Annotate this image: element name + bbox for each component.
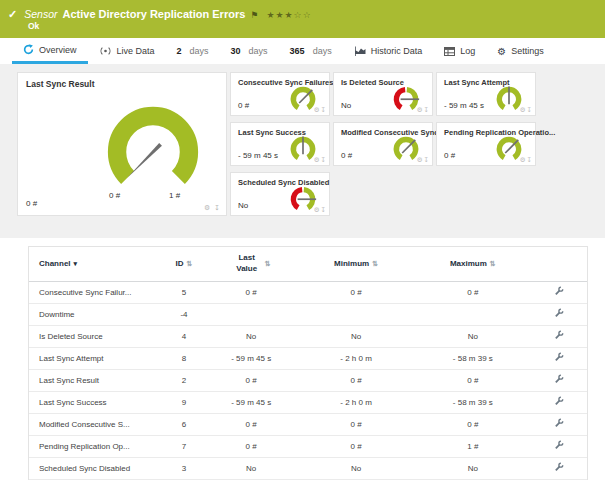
tab-label: Settings (511, 46, 544, 56)
gauge-panel-consecutive-sync-failures: Consecutive Sync Failures 0 # ⚙↧ (230, 72, 330, 116)
gear-icon[interactable]: ⚙ (417, 106, 424, 113)
table-row: Pending Replication Op... 7 0 # 0 # 1 # (29, 435, 587, 457)
channel-settings-icon[interactable] (554, 440, 564, 452)
sort-desc-icon: ▾ (74, 260, 78, 267)
table-row: Consecutive Sync Failur... 5 0 # 0 # 0 # (29, 281, 587, 303)
tab-historic-data[interactable]: Historic Data (343, 38, 434, 64)
gauge-title: Last Sync Result (26, 79, 95, 89)
sensor-kind-label: Sensor (24, 8, 57, 20)
tab-label: Live Data (117, 46, 155, 56)
channel-table-card: Channel▾ ID⇅ Last Value⇅ Minimum⇅ Maximu… (28, 246, 588, 480)
table-row: Last Sync Attempt 8 - 59 m 45 s - 2 h 0 … (29, 347, 587, 369)
tab-2-days[interactable]: 2days (166, 38, 220, 64)
tab-bar: Overview Live Data 2days 30days 365days … (0, 38, 605, 64)
column-header-last-value[interactable]: Last Value⇅ (205, 247, 298, 281)
pin-icon[interactable]: ↧ (527, 106, 533, 113)
gear-icon[interactable]: ⚙ (417, 156, 424, 163)
gauge-panel-modified-consecutive-sync-failures: Modified Consecutive Sync F... 0 # ⚙↧ (333, 122, 433, 166)
gauge-panel-scheduled-sync-disabled: Scheduled Sync Disabled No ⚙↧ (230, 172, 330, 216)
sort-icon: ⇅ (187, 260, 193, 267)
column-header-channel[interactable]: Channel▾ (29, 247, 163, 281)
column-header-minimum[interactable]: Minimum⇅ (298, 247, 415, 281)
tab-settings[interactable]: ⚙ Settings (486, 38, 555, 64)
overview-icon (23, 44, 34, 55)
table-row: Modified Consecutive S... 6 0 # 0 # 0 # (29, 413, 587, 435)
gauge-dial (88, 89, 218, 189)
gear-icon[interactable]: ⚙ (520, 156, 527, 163)
pin-icon[interactable]: ↧ (321, 156, 327, 163)
sort-icon: ⇅ (490, 260, 496, 267)
table-header-row: Channel▾ ID⇅ Last Value⇅ Minimum⇅ Maximu… (29, 247, 587, 281)
tab-365-days[interactable]: 365days (279, 38, 343, 64)
channel-settings-icon[interactable] (554, 418, 564, 430)
column-header-maximum[interactable]: Maximum⇅ (414, 247, 531, 281)
gear-icon[interactable]: ⚙ (520, 106, 527, 113)
channel-settings-icon[interactable] (554, 330, 564, 342)
gear-icon[interactable]: ⚙ (314, 206, 321, 213)
sensor-header: ✓SensorActive Directory Replication Erro… (0, 0, 605, 38)
column-header-id[interactable]: ID⇅ (163, 247, 204, 281)
gauge-panel-is-deleted-source: Is Deleted Source No ⚙↧ (333, 72, 433, 116)
channel-table: Channel▾ ID⇅ Last Value⇅ Minimum⇅ Maximu… (29, 247, 587, 480)
priority-stars[interactable]: ★★★☆☆ (266, 10, 311, 20)
pin-icon[interactable]: ↧ (527, 156, 533, 163)
gear-icon[interactable]: ⚙ (314, 106, 321, 113)
status-badge: Ok (28, 21, 39, 31)
pin-icon[interactable]: ↧ (424, 106, 430, 113)
ok-check-icon: ✓ (8, 8, 17, 20)
gauges-section: Last Sync Result 0 # 1 # 0 # ⚙ ↧ Consecu… (0, 64, 605, 238)
gauge-value: 0 # (26, 199, 37, 208)
historic-data-icon (354, 46, 366, 56)
tab-overview[interactable]: Overview (12, 38, 88, 64)
tab-label: Log (460, 46, 475, 56)
table-row: Last Sync Result 2 0 # 0 # 0 # (29, 369, 587, 391)
pin-icon[interactable]: ↧ (321, 106, 327, 113)
channel-settings-icon[interactable] (554, 462, 564, 474)
log-icon (444, 47, 455, 56)
live-data-icon (99, 46, 112, 56)
channel-settings-icon[interactable] (554, 286, 564, 298)
gauge-panel-pending-replication-operations: Pending Replication Operatio... 0 # ⚙↧ (436, 122, 536, 166)
sort-icon: ⇅ (372, 260, 378, 267)
gauge-scale-max: 1 # (169, 191, 180, 200)
column-header-tools (531, 247, 587, 281)
pin-icon[interactable]: ↧ (321, 206, 327, 213)
table-row: Scheduled Sync Disabled 3 No No No (29, 457, 587, 479)
tab-label: Overview (39, 45, 77, 55)
sort-icon: ⇅ (265, 260, 271, 267)
primary-gauge-panel: Last Sync Result 0 # 1 # 0 # ⚙ ↧ (17, 72, 227, 216)
flag-icon[interactable]: ⚑ (250, 10, 258, 20)
settings-gear-icon: ⚙ (497, 46, 506, 57)
gauge-scale-min: 0 # (109, 191, 120, 200)
page-title: Active Directory Replication Errors (63, 8, 246, 20)
gear-icon[interactable]: ⚙ (204, 204, 211, 211)
channel-settings-icon[interactable] (554, 374, 564, 386)
gear-icon[interactable]: ⚙ (314, 156, 321, 163)
pin-icon[interactable]: ↧ (214, 204, 221, 211)
tab-live-data[interactable]: Live Data (88, 38, 166, 64)
tab-log[interactable]: Log (433, 38, 486, 64)
tab-30-days[interactable]: 30days (220, 38, 279, 64)
gauge-panel-last-sync-attempt: Last Sync Attempt - 59 m 45 s ⚙↧ (436, 72, 536, 116)
table-row: Downtime -4 (29, 303, 587, 325)
gauge-panel-last-sync-success: Last Sync Success - 59 m 45 s ⚙↧ (230, 122, 330, 166)
tab-label: Historic Data (371, 46, 423, 56)
channel-settings-icon[interactable] (554, 308, 564, 320)
channel-settings-icon[interactable] (554, 352, 564, 364)
table-row: Is Deleted Source 4 No No No (29, 325, 587, 347)
channel-settings-icon[interactable] (554, 396, 564, 408)
pin-icon[interactable]: ↧ (424, 156, 430, 163)
prtg-sensor-page: ✓SensorActive Directory Replication Erro… (0, 0, 605, 486)
table-row: Last Sync Success 9 - 59 m 45 s - 2 h 0 … (29, 391, 587, 413)
